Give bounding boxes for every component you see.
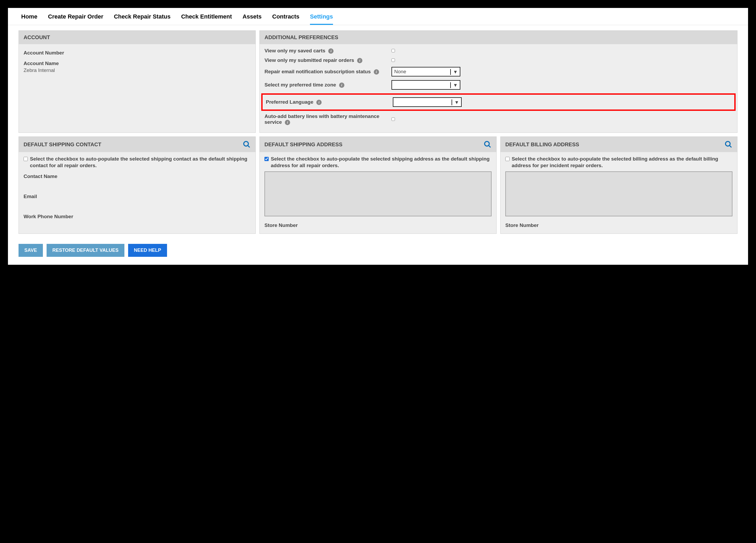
shipping-contact-panel: DEFAULT SHIPPING CONTACT Select the chec… (19, 137, 256, 234)
pref-submitted-orders-label: View only my submitted repair orders i (264, 57, 391, 63)
pref-language-label: Preferred Language i (266, 99, 393, 105)
shipping-contact-body: Select the checkbox to auto-populate the… (19, 152, 255, 225)
pref-auto-battery-text: Auto-add battery lines with battery main… (264, 114, 379, 125)
account-number-label: Account Number (24, 50, 251, 56)
preferences-panel: ADDITIONAL PREFERENCES View only my save… (259, 30, 737, 133)
pref-email-notif-label: Repair email notification subscription s… (264, 69, 391, 75)
need-help-button[interactable]: NEED HELP (128, 244, 167, 257)
pref-language-select[interactable]: ▼ (393, 97, 462, 107)
work-phone-label: Work Phone Number (24, 214, 251, 220)
billing-address-panel: DEFAULT BILLING ADDRESS Select the check… (500, 137, 737, 234)
tab-assets[interactable]: Assets (242, 11, 262, 25)
shipping-address-title: DEFAULT SHIPPING ADDRESS (264, 142, 342, 148)
tab-create-repair-order[interactable]: Create Repair Order (48, 11, 103, 25)
billing-address-title: DEFAULT BILLING ADDRESS (505, 142, 579, 148)
info-icon[interactable]: i (374, 69, 379, 75)
shipping-contact-checkbox-text: Select the checkbox to auto-populate the… (30, 156, 251, 169)
pref-auto-battery-row: Auto-add battery lines with battery main… (264, 114, 732, 125)
pref-auto-battery-checkbox[interactable] (391, 118, 395, 121)
pref-auto-battery-label: Auto-add battery lines with battery main… (264, 114, 391, 125)
tab-check-repair-status[interactable]: Check Repair Status (114, 11, 170, 25)
pref-timezone-text: Select my preferred time zone (264, 82, 336, 88)
info-icon[interactable]: i (339, 83, 344, 88)
info-icon[interactable]: i (316, 100, 322, 105)
chevron-down-icon: ▼ (452, 100, 459, 105)
chevron-down-icon: ▼ (450, 82, 458, 88)
app-frame: Home Create Repair Order Check Repair St… (8, 8, 748, 265)
shipping-address-checkbox-text: Select the checkbox to auto-populate the… (271, 156, 492, 169)
pref-saved-carts-checkbox[interactable] (391, 49, 395, 52)
pref-language-row: Preferred Language i ▼ (265, 97, 732, 107)
content-area: ACCOUNT Account Number Account Name Zebr… (8, 25, 748, 234)
shipping-contact-title: DEFAULT SHIPPING CONTACT (24, 142, 101, 148)
preferences-header: ADDITIONAL PREFERENCES (260, 31, 737, 44)
search-icon[interactable] (243, 141, 251, 148)
billing-address-autopop[interactable]: Select the checkbox to auto-populate the… (505, 156, 732, 169)
pref-submitted-orders-text: View only my submitted repair orders (264, 57, 354, 63)
account-panel: ACCOUNT Account Number Account Name Zebr… (19, 30, 256, 133)
top-tabs: Home Create Repair Order Check Repair St… (8, 8, 748, 25)
pref-language-text: Preferred Language (266, 99, 313, 105)
save-button[interactable]: SAVE (19, 244, 43, 257)
tab-home[interactable]: Home (21, 11, 37, 25)
info-icon[interactable]: i (328, 48, 334, 54)
tab-settings[interactable]: Settings (310, 11, 333, 25)
info-icon[interactable]: i (357, 58, 362, 63)
pref-email-notif-row: Repair email notification subscription s… (264, 67, 732, 76)
shipping-address-header: DEFAULT SHIPPING ADDRESS (260, 137, 496, 152)
preferences-body: View only my saved carts i View only my … (260, 44, 737, 133)
account-name-value: Zebra Internal (24, 67, 251, 73)
chevron-down-icon: ▼ (450, 69, 458, 75)
search-icon[interactable] (725, 141, 732, 148)
pref-saved-carts-ctrl (391, 48, 460, 54)
billing-address-textarea[interactable] (505, 171, 732, 216)
pref-saved-carts-row: View only my saved carts i (264, 48, 732, 54)
account-header: ACCOUNT (19, 31, 255, 44)
pref-email-notif-value: None (394, 69, 406, 75)
billing-store-label: Store Number (505, 223, 732, 228)
pref-submitted-orders-ctrl (391, 57, 460, 63)
account-name-label: Account Name (24, 61, 251, 66)
billing-address-body: Select the checkbox to auto-populate the… (501, 152, 737, 234)
account-body: Account Number Account Name Zebra Intern… (19, 44, 255, 82)
pref-auto-battery-ctrl (391, 116, 460, 122)
pref-submitted-orders-checkbox[interactable] (391, 58, 395, 62)
shipping-contact-autopop[interactable]: Select the checkbox to auto-populate the… (24, 156, 251, 169)
shipping-contact-header: DEFAULT SHIPPING CONTACT (19, 137, 255, 152)
button-bar: SAVE RESTORE DEFAULT VALUES NEED HELP (8, 238, 748, 257)
shipping-address-body: Select the checkbox to auto-populate the… (260, 152, 496, 234)
pref-timezone-row: Select my preferred time zone i ▼ (264, 80, 732, 90)
shipping-store-label: Store Number (264, 223, 492, 228)
shipping-contact-checkbox[interactable] (24, 157, 28, 161)
pref-saved-carts-label: View only my saved carts i (264, 48, 391, 54)
pref-saved-carts-text: View only my saved carts (264, 48, 325, 53)
pref-timezone-ctrl: ▼ (391, 80, 460, 90)
defaults-row: DEFAULT SHIPPING CONTACT Select the chec… (19, 137, 737, 234)
svg-line-5 (730, 146, 732, 148)
svg-line-1 (248, 146, 250, 148)
svg-point-4 (726, 142, 730, 146)
pref-email-notif-select[interactable]: None ▼ (391, 67, 460, 76)
billing-address-checkbox-text: Select the checkbox to auto-populate the… (512, 156, 732, 169)
pref-submitted-orders-row: View only my submitted repair orders i (264, 57, 732, 63)
billing-address-header: DEFAULT BILLING ADDRESS (501, 137, 737, 152)
pref-language-highlight: Preferred Language i ▼ (261, 93, 736, 111)
pref-timezone-label: Select my preferred time zone i (264, 82, 391, 88)
restore-defaults-button[interactable]: RESTORE DEFAULT VALUES (47, 244, 124, 257)
svg-point-0 (244, 142, 249, 146)
pref-email-notif-text: Repair email notification subscription s… (264, 69, 371, 74)
svg-point-2 (485, 142, 489, 146)
pref-email-notif-ctrl: None ▼ (391, 67, 460, 76)
email-label: Email (24, 194, 251, 200)
search-icon[interactable] (484, 141, 492, 148)
top-row: ACCOUNT Account Number Account Name Zebr… (19, 30, 737, 133)
info-icon[interactable]: i (285, 120, 290, 125)
shipping-address-checkbox[interactable] (264, 157, 269, 161)
tab-contracts[interactable]: Contracts (272, 11, 299, 25)
billing-address-checkbox[interactable] (505, 157, 510, 161)
tab-check-entitlement[interactable]: Check Entitlement (181, 11, 232, 25)
shipping-address-autopop[interactable]: Select the checkbox to auto-populate the… (264, 156, 492, 169)
shipping-address-textarea[interactable] (264, 171, 492, 216)
pref-language-ctrl: ▼ (393, 97, 462, 107)
pref-timezone-select[interactable]: ▼ (391, 80, 460, 90)
